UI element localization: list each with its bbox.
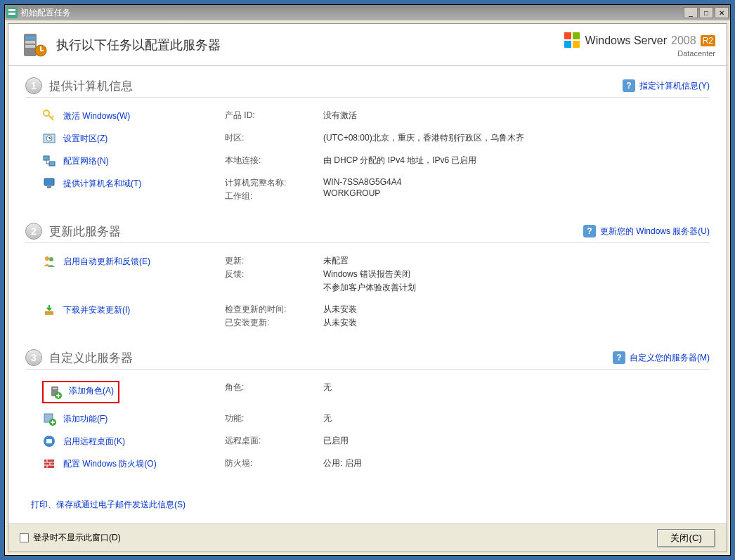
svg-rect-4: [25, 37, 35, 39]
activate-windows-link[interactable]: 激活 Windows(W): [63, 110, 130, 122]
section-title-3: 自定义此服务器: [49, 350, 613, 366]
bottom-bar: 登录时不显示此窗口(D) 关闭(C): [8, 523, 727, 552]
config-tasks-window: 初始配置任务 _ □ ✕ 执行以下任务以配置此服务器 Windows Serve…: [4, 4, 731, 556]
people-icon: [42, 254, 56, 268]
installed-value: 从未安装: [323, 316, 710, 330]
svg-rect-2: [8, 13, 15, 15]
help-link-update[interactable]: 更新您的 Windows 服务器(U): [600, 226, 710, 237]
feedback-value2: 不参加客户体验改善计划: [323, 281, 710, 294]
computer-name-link[interactable]: 提供计算机名和域(T): [63, 178, 141, 190]
roles-label: 角色:: [225, 381, 323, 394]
features-label: 功能:: [225, 412, 323, 425]
section-title-1: 提供计算机信息: [49, 78, 623, 94]
connection-value: 由 DHCP 分配的 IPv4 地址，IPv6 已启用: [323, 154, 710, 167]
close-dialog-button[interactable]: 关闭(C): [657, 529, 715, 547]
help-link-computer-info[interactable]: 指定计算机信息(Y): [639, 80, 710, 92]
enable-auto-update-link[interactable]: 启用自动更新和反馈(E): [63, 256, 150, 268]
firewall-icon: [42, 457, 56, 471]
section-title-2: 更新此服务器: [49, 223, 583, 240]
configure-network-link[interactable]: 配置网络(N): [63, 155, 109, 167]
svg-rect-15: [44, 156, 49, 160]
svg-point-12: [44, 110, 49, 116]
svg-rect-21: [45, 311, 53, 315]
timezone-value: (UTC+08:00)北京，重庆，香港特别行政区，乌鲁木齐: [323, 131, 710, 145]
download-icon: [42, 303, 56, 317]
header: 执行以下任务以配置此服务器 Windows Server 2008 R2 Dat…: [8, 24, 727, 66]
workgroup-label: 工作组:: [225, 190, 323, 203]
feature-add-icon: [42, 412, 56, 426]
update-label: 更新:: [225, 254, 323, 268]
feedback-value1: Windows 错误报告关闭: [323, 268, 710, 281]
close-button[interactable]: ✕: [715, 7, 729, 18]
check-time-label: 检查更新的时间:: [225, 303, 323, 316]
server-icon: [20, 31, 48, 59]
computer-icon: [42, 176, 56, 190]
help-link-customize[interactable]: 自定义您的服务器(M): [630, 352, 710, 364]
installed-label: 已安装更新:: [225, 316, 323, 330]
features-value: 无: [323, 412, 710, 425]
feedback-label: 反馈:: [225, 268, 323, 281]
section-computer-info: 1 提供计算机信息 ? 指定计算机信息(Y) 激活 Windows(W) 产品 …: [25, 77, 710, 207]
svg-rect-6: [25, 45, 35, 48]
svg-rect-16: [49, 162, 55, 166]
roles-value: 无: [323, 381, 710, 394]
enable-remote-desktop-link[interactable]: 启用远程桌面(K): [63, 436, 125, 448]
workgroup-value: WORKGROUP: [323, 188, 710, 199]
section-number-3: 3: [25, 349, 42, 366]
network-icon: [42, 154, 56, 168]
check-time-value: 从未安装: [323, 303, 710, 316]
section-update-server: 2 更新此服务器 ? 更新您的 Windows 服务器(U) 启用自动更新和反馈…: [25, 223, 710, 334]
dont-show-label: 登录时不显示此窗口(D): [33, 532, 121, 544]
clock-icon: [42, 131, 56, 145]
svg-rect-8: [564, 32, 571, 39]
product-id-value: 没有激活: [323, 109, 710, 122]
firewall-value: 公用: 启用: [323, 457, 710, 470]
content-area: 执行以下任务以配置此服务器 Windows Server 2008 R2 Dat…: [8, 23, 727, 552]
remote-desktop-icon: [42, 434, 56, 448]
svg-rect-29: [44, 460, 54, 468]
configure-firewall-link[interactable]: 配置 Windows 防火墙(O): [63, 458, 157, 470]
maximize-button[interactable]: □: [699, 7, 713, 18]
help-icon: ?: [613, 351, 625, 364]
key-icon: [42, 109, 56, 123]
titlebar: 初始配置任务 _ □ ✕: [5, 5, 730, 20]
svg-rect-5: [25, 41, 35, 44]
windows-flag-icon: [564, 32, 581, 49]
help-icon: ?: [583, 225, 596, 237]
section-number-2: 2: [25, 223, 42, 240]
svg-rect-17: [44, 178, 54, 185]
full-name-label: 计算机完整名称:: [225, 176, 323, 190]
section-number-1: 1: [25, 77, 42, 94]
svg-rect-9: [573, 32, 580, 39]
product-id-label: 产品 ID:: [225, 109, 323, 122]
branding: Windows Server 2008 R2 Datacenter: [564, 32, 715, 58]
set-timezone-link[interactable]: 设置时区(Z): [63, 133, 108, 145]
main-panel: 1 提供计算机信息 ? 指定计算机信息(Y) 激活 Windows(W) 产品 …: [8, 66, 727, 523]
svg-rect-28: [46, 439, 52, 443]
window-title: 初始配置任务: [20, 7, 684, 19]
app-icon: [6, 7, 18, 18]
svg-rect-10: [564, 41, 571, 48]
server-add-icon: [48, 385, 62, 399]
download-updates-link[interactable]: 下载并安装更新(I): [63, 304, 130, 316]
update-value: 未配置: [323, 254, 710, 268]
rdp-value: 已启用: [323, 434, 710, 448]
full-name-value: WIN-7SSA8G5G4A4: [323, 176, 710, 188]
section-customize-server: 3 自定义此服务器 ? 自定义您的服务器(M) 添加角色(A) 角色:: [25, 349, 710, 475]
minimize-button[interactable]: _: [684, 7, 698, 18]
svg-point-20: [49, 257, 53, 261]
add-roles-highlighted: 添加角色(A): [42, 381, 119, 403]
add-roles-link[interactable]: 添加角色(A): [69, 385, 114, 399]
timezone-label: 时区:: [225, 131, 323, 145]
svg-rect-23: [53, 388, 57, 389]
add-features-link[interactable]: 添加功能(F): [63, 413, 108, 425]
firewall-label: 防火墙:: [225, 457, 323, 470]
svg-rect-18: [47, 186, 51, 188]
print-save-email-link[interactable]: 打印、保存或通过电子邮件发送此信息(S): [31, 500, 186, 509]
svg-rect-1: [8, 9, 15, 11]
dont-show-checkbox[interactable]: [20, 533, 29, 542]
rdp-label: 远程桌面:: [225, 434, 323, 448]
header-text: 执行以下任务以配置此服务器: [56, 37, 221, 53]
svg-point-19: [45, 256, 49, 261]
connection-label: 本地连接:: [225, 154, 323, 167]
